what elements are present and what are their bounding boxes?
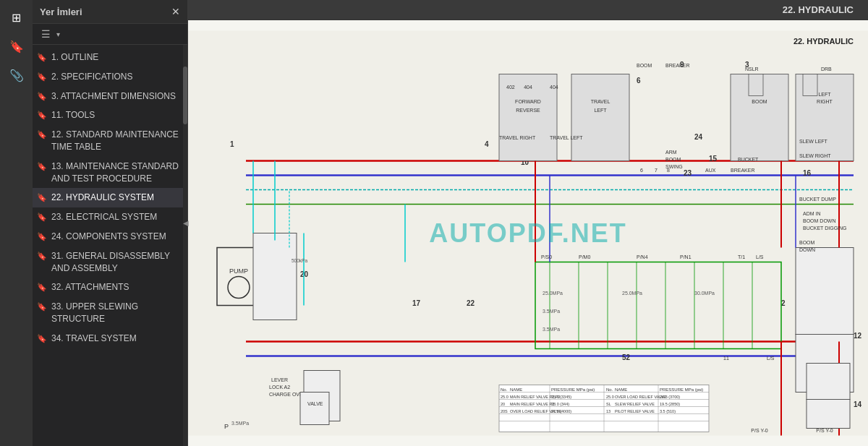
side-icon-bar: ⊞ 🔖 📎 — [0, 0, 33, 446]
svg-text:LEVER: LEVER — [271, 377, 288, 382]
bookmark-item-label: 1. OUTLINE — [51, 51, 182, 64]
bookmark-item-label: 32. ATTACHMENTS — [51, 281, 182, 293]
bookmark-item-icon: 🔖 — [37, 301, 47, 312]
home-icon[interactable]: ⊞ — [5, 6, 28, 29]
toolbar-menu-icon[interactable]: ☰ — [38, 27, 54, 41]
bookmark-item-icon: 🔖 — [37, 110, 47, 121]
diagram-container: 22. HYDRAULIC PUMP — [188, 20, 868, 446]
bookmark-item-label: 34. TRAVEL SYSTEM — [51, 333, 182, 345]
panel-title: Yer İmleri — [40, 7, 82, 17]
svg-text:52: 52 — [622, 353, 631, 361]
bookmark-item[interactable]: 🔖 23. ELECTRICAL SYSTEM — [33, 207, 187, 227]
svg-text:23: 23 — [684, 169, 692, 177]
bookmark-item[interactable]: 🔖 13. MAINTENANCE STANDARD AND TEST PROC… — [33, 157, 187, 189]
bookmark-item-icon: 🔖 — [37, 72, 47, 82]
toolbar-dropdown-icon[interactable]: ▾ — [56, 30, 60, 38]
svg-text:P/M0: P/M0 — [579, 254, 590, 260]
svg-text:SLEW RELIEF VALVE: SLEW RELIEF VALVE — [615, 402, 655, 406]
svg-text:P/N4: P/N4 — [637, 254, 648, 260]
svg-text:25.0MPa: 25.0MPa — [622, 291, 642, 296]
svg-text:25.0MPa: 25.0MPa — [542, 291, 563, 296]
svg-text:402: 402 — [506, 85, 515, 90]
resize-handle[interactable] — [183, 0, 189, 446]
bookmark-item-icon: 🔖 — [37, 129, 47, 140]
bookmark-item[interactable]: 🔖 24. COMPONENTS SYSTEM — [33, 227, 187, 246]
svg-text:DOWN: DOWN — [799, 247, 815, 252]
bookmark-item[interactable]: 🔖 33. UPPER SLEWING STRUCTURE — [33, 297, 187, 329]
bookmark-nav-icon[interactable]: 🔖 — [5, 35, 28, 58]
svg-text:14: 14 — [854, 400, 862, 408]
svg-text:25.0: 25.0 — [606, 395, 614, 399]
bookmark-item[interactable]: 🔖 34. TRAVEL SYSTEM — [33, 329, 187, 348]
svg-text:PRESSURE MPa (psi): PRESSURE MPa (psi) — [551, 387, 595, 392]
svg-text:P/S0: P/S0 — [541, 254, 552, 260]
bookmark-item[interactable]: 🔖 2. SPECIFICATIONS — [33, 67, 187, 87]
svg-text:2: 2 — [781, 299, 786, 307]
svg-text:TRAVEL RIGHT: TRAVEL RIGHT — [499, 135, 536, 140]
svg-text:ADM IN: ADM IN — [803, 211, 821, 216]
svg-text:25.0 (3345): 25.0 (3345) — [551, 395, 571, 399]
bookmark-item-label: 2. SPECIFICATIONS — [51, 71, 182, 83]
svg-rect-140 — [300, 393, 329, 425]
panel-toolbar: ☰ ▾ — [33, 24, 187, 45]
svg-text:PRESSURE MPa (psi): PRESSURE MPa (psi) — [660, 387, 703, 392]
svg-text:8: 8 — [667, 168, 670, 173]
bookmark-item[interactable]: 🔖 3. ATTACHMENT DIMENSIONS — [33, 87, 187, 106]
svg-text:BUCKET DUMP: BUCKET DUMP — [799, 197, 836, 202]
svg-rect-41 — [571, 74, 629, 161]
svg-text:LEFT: LEFT — [818, 92, 831, 97]
svg-text:VALVE: VALVE — [307, 401, 323, 406]
svg-text:27.5 (4000): 27.5 (4000) — [551, 409, 571, 413]
bookmark-item-label: 33. UPPER SLEWING STRUCTURE — [51, 301, 182, 325]
svg-text:P: P — [224, 423, 229, 430]
svg-text:1: 1 — [230, 140, 234, 148]
svg-text:P/S Y-0: P/S Y-0 — [751, 428, 767, 433]
svg-text:25.0: 25.0 — [501, 395, 509, 399]
svg-text:REVERSE: REVERSE — [516, 108, 540, 113]
bookmark-item[interactable]: 🔖 31. GENERAL DISASSEMBLY AND ASSEMBLY — [33, 246, 187, 278]
svg-text:L/S: L/S — [767, 356, 775, 361]
svg-text:15: 15 — [709, 155, 718, 163]
panel-close-button[interactable]: ✕ — [171, 6, 180, 17]
svg-text:11: 11 — [723, 356, 729, 361]
svg-text:LOCK A2: LOCK A2 — [269, 385, 290, 390]
bookmark-item[interactable]: 🔖 1. OUTLINE — [33, 48, 187, 67]
svg-text:BREAKER: BREAKER — [665, 63, 689, 68]
svg-text:17: 17 — [412, 299, 421, 307]
main-content: 22. HYDRAULIC 22. HYDRAULIC — [188, 0, 868, 446]
svg-rect-143 — [807, 364, 850, 400]
paperclip-nav-icon[interactable]: 📎 — [5, 64, 28, 87]
bookmark-item-icon: 🔖 — [37, 282, 47, 293]
svg-text:3.5MPa: 3.5MPa — [542, 309, 560, 314]
bookmark-item-label: 31. GENERAL DISASSEMBLY AND ASSEMBLY — [51, 250, 182, 275]
svg-text:500kPa: 500kPa — [292, 258, 307, 263]
svg-text:19.5 (2850): 19.5 (2850) — [660, 402, 680, 406]
bookmark-item[interactable]: 🔖 22. HYDRAULIC SYSTEM — [33, 188, 187, 207]
svg-rect-146 — [803, 74, 817, 96]
svg-text:BUCKET DIGGING: BUCKET DIGGING — [803, 226, 847, 231]
svg-text:12: 12 — [854, 332, 862, 340]
bookmark-item-label: 3. ATTACHMENT DIMENSIONS — [51, 90, 182, 103]
svg-text:16: 16 — [803, 169, 812, 177]
svg-text:BOOM: BOOM — [637, 63, 652, 68]
svg-text:NSLR: NSLR — [745, 67, 759, 72]
bookmark-item-icon: 🔖 — [37, 231, 47, 242]
bookmark-item[interactable]: 🔖 12. STANDARD MAINTENANCE TIME TABLE — [33, 125, 187, 157]
svg-text:RIGHT: RIGHT — [817, 99, 833, 104]
svg-text:6: 6 — [637, 77, 641, 85]
svg-rect-60 — [253, 233, 297, 320]
bookmark-item[interactable]: 🔖 32. ATTACHMENTS — [33, 278, 187, 297]
bookmark-item-icon: 🔖 — [37, 91, 47, 102]
bookmark-item[interactable]: 🔖 11. TOOLS — [33, 106, 187, 125]
svg-text:20: 20 — [501, 402, 505, 406]
svg-text:FORWARD: FORWARD — [515, 99, 541, 104]
bookmark-item-icon: 🔖 — [37, 52, 47, 63]
bookmark-item-icon: 🔖 — [37, 192, 47, 203]
svg-text:20: 20 — [300, 270, 309, 278]
svg-text:AUX: AUX — [705, 168, 716, 173]
svg-rect-145 — [749, 74, 763, 96]
svg-text:BOOM: BOOM — [752, 99, 767, 104]
svg-text:No.: No. — [606, 387, 613, 392]
svg-text:T/1: T/1 — [738, 254, 745, 260]
page-header-title: 22. HYDRAULIC — [783, 4, 854, 15]
